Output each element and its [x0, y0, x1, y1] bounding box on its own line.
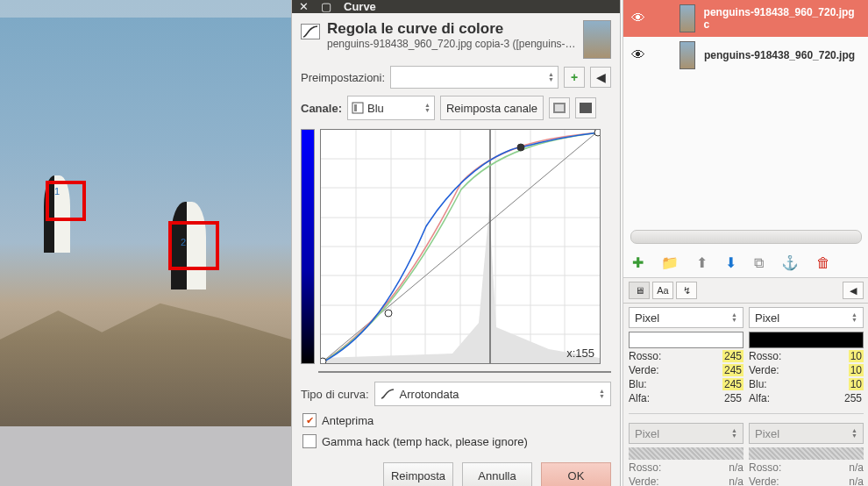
pixel-mode-select[interactable]: Pixel▲▼	[629, 307, 743, 328]
layer-row[interactable]: 👁 penguins-918438_960_720.jpg c	[623, 0, 868, 37]
divider	[629, 413, 864, 414]
gammahack-checkbox[interactable]	[302, 434, 317, 448]
svg-point-19	[321, 358, 326, 363]
rock-foreground	[0, 282, 291, 426]
layer-thumb	[679, 4, 695, 32]
layer-group-icon[interactable]: 📁	[661, 254, 679, 271]
pixel-na-left: Pixel▲▼ Rosso:n/a Verde:n/a Blu:n/a	[629, 423, 743, 486]
layer-name: penguins-918438_960_720.jpg	[704, 49, 855, 61]
svg-rect-4	[580, 103, 592, 113]
window-title: Curve	[344, 0, 376, 13]
reset-button[interactable]: Reimposta	[383, 462, 453, 486]
layer-row[interactable]: 👁 penguins-918438_960_720.jpg	[623, 37, 868, 74]
curves-tool-icon	[301, 24, 320, 39]
layers-panel: 👁 penguins-918438_960_720.jpg c 👁 pengui…	[623, 0, 868, 289]
lower-layer-icon[interactable]: ⬇	[725, 254, 736, 271]
visibility-icon[interactable]: 👁	[630, 47, 646, 63]
cancel-button[interactable]: Annulla	[462, 462, 532, 486]
dialog-subtitle: penguins-918438_960_720.jpg copia-3 ([pe…	[327, 38, 576, 50]
duplicate-layer-icon[interactable]: ⧉	[754, 255, 764, 271]
pixel-na-right: Pixel▲▼ Rosso:n/a Verde:n/a Blu:n/a	[749, 423, 864, 486]
visibility-icon[interactable]: 👁	[630, 11, 646, 26]
new-layer-icon[interactable]: ✚	[632, 254, 644, 271]
channel-label: Canale:	[301, 102, 342, 115]
curve-mode-log-icon[interactable]	[575, 97, 596, 118]
raise-layer-icon[interactable]: ⬆	[696, 254, 708, 271]
preview-label: Anteprima	[322, 414, 374, 427]
pointer-panel: 🖥 Aa ↯ ◀ Pixel▲▼ Rosso:245 Verde:245 Blu…	[623, 277, 868, 486]
preset-menu-button[interactable]: ◀	[590, 67, 611, 88]
tab-histogram[interactable]: ↯	[676, 282, 697, 299]
svg-point-20	[385, 310, 392, 317]
maximize-icon[interactable]: ▢	[321, 0, 331, 13]
color-swatch-right	[749, 332, 864, 348]
combo-stepper-icon[interactable]: ▲▼	[548, 72, 554, 82]
edited-photo: 1 2	[0, 18, 291, 426]
pixel-mode-select-disabled: Pixel▲▼	[749, 423, 864, 444]
curve-cursor-readout: x:155	[566, 347, 594, 360]
tab-expand-icon[interactable]: ◀	[843, 282, 864, 299]
preset-add-button[interactable]: +	[564, 67, 585, 88]
curvetype-label: Tipo di curva:	[301, 388, 369, 401]
curve-plot[interactable]: x:155	[320, 129, 601, 364]
close-icon[interactable]: ✕	[299, 0, 309, 13]
image-canvas[interactable]: 1 2	[0, 0, 291, 486]
curve-mode-linear-icon[interactable]	[549, 97, 570, 118]
curves-dialog: ✕ ▢ Curve Regola le curve di colore peng…	[291, 0, 621, 486]
dialog-title: Regola le curve di colore	[327, 20, 576, 38]
curvetype-combo[interactable]: Arrotondata ▲▼	[374, 382, 611, 406]
svg-point-22	[594, 130, 600, 136]
svg-rect-0	[352, 103, 363, 113]
ok-button[interactable]: OK	[541, 462, 611, 486]
pixel-mode-select-disabled: Pixel▲▼	[629, 423, 743, 444]
svg-rect-1	[354, 104, 357, 111]
output-gradient	[301, 129, 315, 364]
titlebar[interactable]: ✕ ▢ Curve	[292, 0, 620, 13]
sample-point-box-1[interactable]: 1	[46, 181, 86, 221]
color-swatch-na	[629, 447, 743, 460]
tab-pointer[interactable]: 🖥	[629, 282, 650, 299]
input-gradient	[318, 371, 611, 373]
tab-sample-aa[interactable]: Aa	[652, 282, 673, 299]
color-swatch-na	[749, 447, 864, 460]
combo-stepper-icon[interactable]: ▲▼	[424, 103, 430, 113]
channel-combo[interactable]: Blu ▲▼	[347, 96, 435, 120]
smooth-curve-icon	[381, 388, 395, 400]
layer-thumb	[679, 41, 695, 69]
combo-stepper-icon[interactable]: ▲▼	[599, 389, 605, 399]
layer-ops-toolbar: ✚ 📁 ⬆ ⬇ ⧉ ⚓ 🗑	[623, 251, 868, 275]
anchor-layer-icon[interactable]: ⚓	[781, 254, 799, 271]
svg-rect-3	[555, 104, 564, 111]
gammahack-label: Gamma hack (temp hack, please ignore)	[322, 435, 528, 448]
header-thumbnail	[583, 20, 611, 59]
color-swatch-left	[629, 332, 743, 348]
presets-label: Preimpostazioni:	[301, 71, 385, 84]
channel-icon	[352, 102, 364, 114]
preview-checkbox[interactable]: ✔	[302, 413, 317, 427]
delete-layer-icon[interactable]: 🗑	[816, 255, 830, 271]
layers-scrollbar[interactable]	[630, 230, 862, 244]
pixel-right-column: Pixel▲▼ Rosso:10 Verde:10 Blu:10 Alfa:25…	[749, 307, 864, 404]
pointer-tabs: 🖥 Aa ↯ ◀	[623, 278, 868, 304]
sample-point-box-2[interactable]: 2	[168, 221, 219, 270]
pixel-mode-select[interactable]: Pixel▲▼	[749, 307, 864, 328]
layer-name: penguins-918438_960_720.jpg c	[704, 6, 862, 31]
reset-channel-button[interactable]: Reimposta canale	[440, 96, 544, 120]
presets-combo[interactable]: ▲▼	[390, 66, 559, 89]
pixel-left-column: Pixel▲▼ Rosso:245 Verde:245 Blu:245 Alfa…	[629, 307, 743, 404]
svg-point-21	[517, 144, 524, 151]
